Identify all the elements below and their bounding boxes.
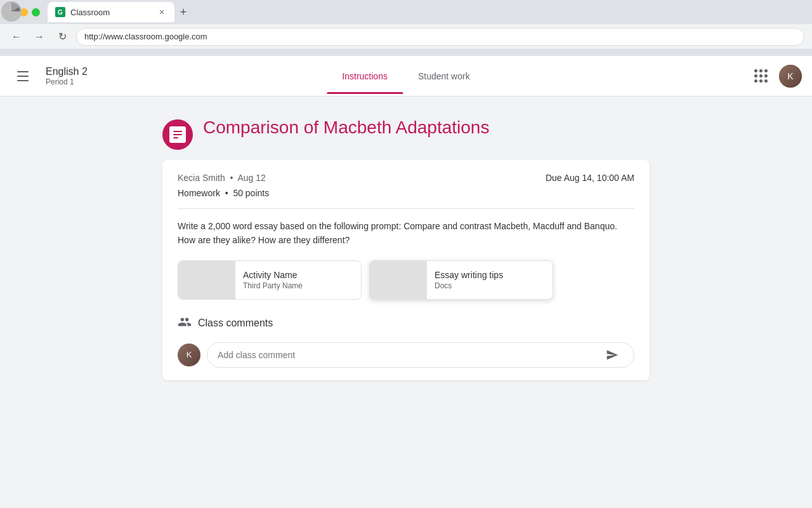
grid-dot xyxy=(764,74,768,77)
browser-titlebar: G Classroom × + xyxy=(0,0,812,24)
grid-dot xyxy=(754,79,757,83)
grid-dot xyxy=(759,74,763,77)
meta-row-1: Kecia Smith • Aug 12 Due Aug 14, 10:00 A… xyxy=(178,173,634,183)
author-date: Kecia Smith • Aug 12 xyxy=(178,173,266,183)
header-right: K xyxy=(749,64,802,89)
assignment-icon-symbol xyxy=(169,126,186,143)
due-date: Due Aug 14, 10:00 AM xyxy=(546,173,634,183)
hamburger-line-1 xyxy=(17,71,29,72)
tab-title: Classroom xyxy=(70,8,152,17)
app-header: English 2 Period 1 Instructions Student … xyxy=(0,56,812,97)
doc-line xyxy=(173,131,182,132)
comment-input[interactable] xyxy=(218,350,598,360)
grid-dot xyxy=(764,79,768,83)
grid-dot xyxy=(759,79,763,83)
main-content: Comparison of Macbeth Adaptations Kecia … xyxy=(0,97,812,508)
attachment-name-1: Activity Name xyxy=(243,270,353,280)
avatar-image: K xyxy=(779,65,802,88)
assignment-title: Comparison of Macbeth Adaptations xyxy=(203,117,489,138)
attachment-card-1[interactable]: Activity Name Third Party Name xyxy=(178,260,362,300)
browser-toolbar: ← → ↻ http://www.classroom.google.com xyxy=(0,24,812,50)
user-avatar[interactable]: K xyxy=(779,65,802,88)
send-comment-button[interactable] xyxy=(601,344,624,366)
header-left: English 2 Period 1 xyxy=(10,64,137,89)
send-icon xyxy=(606,349,619,361)
comments-header: Class comments xyxy=(178,315,634,332)
menu-button[interactable] xyxy=(10,64,36,89)
comment-input-row: K xyxy=(178,342,634,368)
forward-button[interactable]: → xyxy=(30,28,48,46)
tab-instructions[interactable]: Instructions xyxy=(327,58,403,94)
assignment-icon xyxy=(162,119,193,150)
tab-student-work[interactable]: Student work xyxy=(403,58,485,94)
grid-icon xyxy=(754,69,768,83)
browser-tab-bar: G Classroom × + xyxy=(48,2,804,22)
points-row: Homework • 50 points xyxy=(178,188,634,209)
attachment-info-2: Essay writing tips Docs xyxy=(427,265,553,295)
browser-chrome: G Classroom × + ← → ↻ http://www.classro… xyxy=(0,0,812,56)
comments-section: Class comments K xyxy=(178,315,634,368)
content-wrapper: Comparison of Macbeth Adaptations Kecia … xyxy=(152,97,660,401)
address-bar[interactable]: http://www.classroom.google.com xyxy=(76,28,804,46)
header-tabs: Instructions Student work xyxy=(327,58,485,94)
attachment-thumbnail-1 xyxy=(178,261,235,299)
attachment-type-2: Docs xyxy=(435,281,545,290)
class-info: English 2 Period 1 xyxy=(46,66,88,86)
comments-icon xyxy=(178,315,192,332)
browser-tab-active[interactable]: G Classroom × xyxy=(48,2,174,22)
new-tab-button[interactable]: + xyxy=(174,3,192,21)
attachment-info-1: Activity Name Third Party Name xyxy=(235,265,361,295)
commenter-avatar: K xyxy=(178,344,200,366)
assignment-meta-card: Kecia Smith • Aug 12 Due Aug 14, 10:00 A… xyxy=(162,160,650,380)
grid-dot xyxy=(759,69,763,72)
apps-button[interactable] xyxy=(749,64,774,89)
attachments-list: Activity Name Third Party Name xyxy=(178,260,634,300)
doc-lines-icon xyxy=(171,128,184,141)
class-period: Period 1 xyxy=(46,77,88,86)
hamburger-line-2 xyxy=(17,76,29,77)
class-name: English 2 xyxy=(46,66,88,77)
back-button[interactable]: ← xyxy=(8,28,25,46)
comments-title: Class comments xyxy=(198,318,273,329)
tab-close-button[interactable]: × xyxy=(157,7,167,17)
attachment-thumbnail-2 xyxy=(370,261,427,299)
people-icon xyxy=(178,315,192,329)
grid-dot xyxy=(754,74,757,77)
grid-dot xyxy=(754,69,757,72)
app-container: English 2 Period 1 Instructions Student … xyxy=(0,56,812,508)
assignment-description: Write a 2,000 word essay based on the fo… xyxy=(178,219,634,248)
tab-favicon: G xyxy=(55,7,65,17)
attachment-name-2: Essay writing tips xyxy=(435,270,545,280)
assignment-header: Comparison of Macbeth Adaptations xyxy=(162,117,650,150)
doc-line xyxy=(173,134,182,135)
refresh-button[interactable]: ↻ xyxy=(53,28,71,46)
hamburger-line-3 xyxy=(17,80,29,81)
doc-line xyxy=(173,137,178,138)
comment-input-container xyxy=(207,342,634,368)
grid-dot xyxy=(764,69,768,72)
attachment-type-1: Third Party Name xyxy=(243,281,353,290)
attachment-card-2[interactable]: Essay writing tips Docs xyxy=(369,260,553,300)
maximize-dot[interactable] xyxy=(32,8,40,17)
url-text: http://www.classroom.google.com xyxy=(84,32,207,41)
